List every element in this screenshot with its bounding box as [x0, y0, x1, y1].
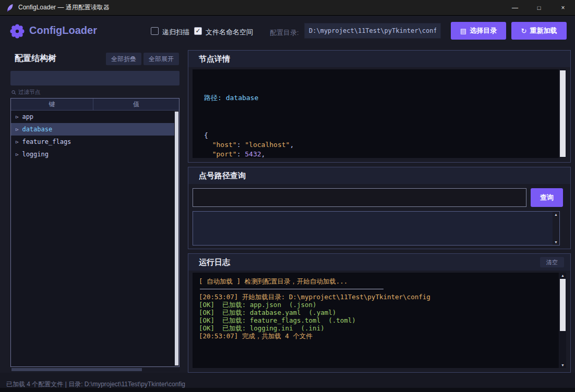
query-panel-title: 点号路径查询 [199, 171, 246, 181]
tree-horizontal-scrollbar[interactable] [10, 368, 179, 372]
tree-row-label: app [22, 113, 33, 120]
header: ConfigLoader 递归扫描 ✓ 文件名命名空间 配置目录: ▤ 选择目录… [0, 16, 575, 47]
log-panel-header: 运行日志 清空 [188, 254, 570, 271]
config-tree: 键 值 ▷app▷database▷feature_flags▷logging [10, 98, 179, 367]
scroll-down-icon[interactable]: ▼ [553, 239, 559, 245]
config-loader-window: ConfigLoader — 通用配置读取器 — □ × ConfigLoade… [0, 0, 575, 392]
node-detail-title: 节点详情 [199, 54, 230, 64]
tree-row-feature_flags[interactable]: ▷feature_flags [11, 136, 174, 148]
scroll-up-icon[interactable]: ▲ [559, 273, 566, 278]
close-button[interactable]: × [551, 0, 575, 16]
detail-code: { "host": "localhost", "port": 5432, "na… [204, 121, 559, 158]
titlebar: ConfigLoader — 通用配置读取器 — □ × [0, 0, 575, 16]
query-result-box[interactable]: ▲ ▼ [193, 211, 560, 246]
filename-namespace-checkbox[interactable]: ✓ [194, 27, 202, 35]
app-title: ConfigLoader [29, 24, 97, 36]
maximize-button[interactable]: □ [527, 0, 551, 16]
tree-panel-title: 配置结构树 [15, 53, 56, 64]
expand-arrow-icon[interactable]: ▷ [16, 139, 18, 144]
magnifier-icon [11, 90, 16, 95]
tree-row-app[interactable]: ▷app [11, 111, 174, 123]
node-detail-panel: 节点详情 路径: database { "host": "localhost",… [188, 50, 571, 163]
feather-app-icon [6, 4, 14, 12]
recursive-scan-checkbox[interactable] [151, 27, 159, 35]
tree-header: 键 值 [11, 99, 179, 111]
run-log-panel: 运行日志 清空 [ 自动加载 ] 检测到配置目录，开始自动加载...[20:53… [188, 253, 571, 373]
expand-arrow-icon[interactable]: ▷ [16, 152, 18, 157]
tree-row-logging[interactable]: ▷logging [11, 148, 174, 161]
clear-log-button[interactable]: 清空 [540, 257, 564, 267]
filter-hint: 过滤节点 [11, 89, 40, 96]
config-dir-label: 配置目录: [270, 28, 299, 38]
reload-button-label: 重新加载 [530, 26, 557, 35]
reload-button[interactable]: ↻ 重新加载 [511, 22, 567, 40]
tree-row-label: database [22, 126, 52, 133]
tree-column-value[interactable]: 值 [93, 99, 179, 110]
dot-path-query-panel: 点号路径查询 查询 ▲ ▼ [188, 167, 571, 249]
minimize-button[interactable]: — [503, 0, 527, 16]
window-bottom-edge [0, 388, 575, 392]
query-input[interactable] [193, 188, 526, 207]
reload-icon: ↻ [521, 27, 527, 35]
config-dir-input[interactable] [304, 23, 441, 39]
filter-hint-label: 过滤节点 [18, 89, 40, 96]
log-lines[interactable]: [ 自动加载 ] 检测到配置目录，开始自动加载...[20:53:07] 开始加… [193, 273, 559, 368]
node-path-line: 路径: database [204, 93, 559, 103]
log-panel-title: 运行日志 [199, 258, 230, 267]
tree-row-database[interactable]: ▷database [11, 123, 174, 136]
gear-flower-logo-icon [9, 23, 25, 41]
scroll-down-icon[interactable]: ▼ [559, 362, 566, 368]
tree-rows: ▷app▷database▷feature_flags▷logging [11, 111, 174, 366]
tree-row-label: logging [22, 151, 49, 158]
collapse-all-button[interactable]: 全部折叠 [106, 53, 141, 65]
choose-dir-button-label: 选择目录 [470, 26, 497, 35]
choose-dir-button[interactable]: ▤ 选择目录 [451, 22, 506, 40]
tree-row-label: feature_flags [22, 138, 71, 145]
tree-vertical-scrollbar[interactable] [174, 111, 179, 366]
filename-namespace-label[interactable]: 文件名命名空间 [206, 28, 253, 37]
tree-column-key[interactable]: 键 [11, 99, 93, 110]
node-detail-text[interactable]: 路径: database { "host": "localhost", "por… [193, 69, 559, 158]
scroll-up-icon[interactable]: ▲ [553, 212, 559, 217]
detail-scrollbar[interactable] [559, 69, 566, 158]
expand-arrow-icon[interactable]: ▷ [16, 127, 18, 132]
expand-all-button[interactable]: 全部展开 [143, 53, 179, 65]
node-detail-header: 节点详情 [188, 51, 570, 67]
folder-icon: ▤ [460, 27, 466, 35]
statusbar: 已加载 4 个配置文件 | 目录: D:\myproject\11Test\py… [0, 373, 575, 392]
recursive-scan-label[interactable]: 递归扫描 [162, 28, 189, 37]
query-panel-header: 点号路径查询 [188, 167, 570, 184]
log-scrollbar[interactable]: ▲ ▼ [559, 273, 566, 368]
expand-arrow-icon[interactable]: ▷ [16, 114, 18, 119]
query-button[interactable]: 查询 [531, 188, 563, 207]
tree-filter-input[interactable] [10, 71, 179, 85]
window-title: ConfigLoader — 通用配置读取器 [18, 3, 110, 12]
query-result-scrollbar[interactable]: ▲ ▼ [553, 212, 559, 245]
